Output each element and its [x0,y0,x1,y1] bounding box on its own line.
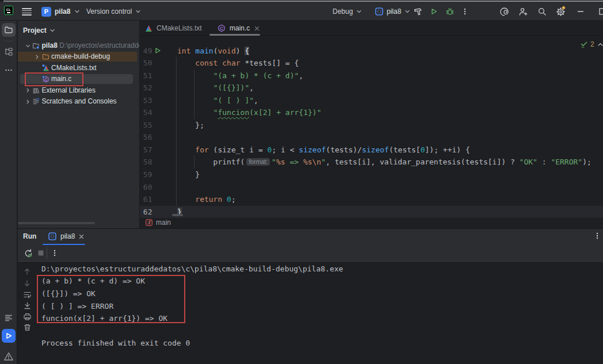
sidebar-item-todo[interactable] [2,311,16,325]
line-number: 59 [140,168,152,181]
warning-triangle-icon [3,351,14,362]
tree-item-scratches-and-consoles[interactable]: Scratches and Consoles [18,96,140,107]
tab-label: CMakeLists.txt [157,24,202,32]
code-line-58[interactable]: 58 printf(format:"%s => %s\n", tests[i],… [140,156,603,168]
editor-scrollbar-thumb[interactable] [172,214,183,216]
cmake-file-icon [145,25,152,32]
close-icon[interactable] [78,233,85,240]
rerun-icon[interactable] [23,248,33,258]
vcs-widget[interactable]: Version control [86,5,142,18]
chevron-down-icon[interactable] [25,43,31,49]
line-number: 50 [140,57,152,70]
c-file-plain-icon: C [217,24,226,32]
code-text: }; [177,119,204,132]
code-line-56[interactable]: 56 [140,131,603,144]
cmake-file-badged-icon [42,64,49,72]
minimize-icon[interactable] [575,6,586,17]
maximize-icon[interactable] [597,6,603,17]
sidebar-item-more-tool-windows[interactable] [2,63,16,77]
arrow-up-icon[interactable] [22,267,32,276]
arrow-down-icon[interactable] [22,279,32,288]
sidebar-item-project[interactable] [2,23,16,37]
code-line-61[interactable]: 61 return 0; [140,193,603,206]
sidebar-item-structure[interactable] [2,45,16,59]
code-line-53[interactable]: 53 "( [ ) ]", [140,94,603,107]
tree-item-pila8[interactable]: pila8 D:\proyectos\estructuradde [18,40,140,51]
line-number: 60 [140,181,152,194]
print-icon[interactable] [22,312,32,321]
code-line-50[interactable]: 50 const char *tests[] = { [140,57,603,70]
chevron-down-icon [49,27,56,34]
sidebar-item-problems[interactable] [2,350,16,363]
run-icon[interactable] [429,6,439,17]
run-tab-label: pila8 [60,232,75,240]
console-line-0: D:\proyectos\estructuraddedatos\c\pila8\… [41,263,343,275]
more-vertical-icon[interactable] [460,6,470,17]
scratches-icon [32,98,40,105]
sidebar-item-run[interactable] [2,329,16,343]
project-widget[interactable]: P pila8 [41,5,81,18]
project-panel-title: Project [23,26,47,35]
editor-tab-bar: CMakeLists.txtCmain.c [140,21,603,36]
soft-wrap-icon[interactable] [22,290,32,299]
tree-item-external-libraries[interactable]: External Libraries [18,85,140,96]
close-icon[interactable] [254,25,260,32]
code-line-60[interactable]: 60 [140,181,603,194]
more-vertical-icon[interactable] [593,232,602,241]
horizontal-scrollbar[interactable] [18,222,95,224]
code-line-57[interactable]: 57 for (size_t i = 0; i < sizeof(tests)/… [140,144,603,156]
ellipsis-icon [4,66,13,75]
code-line-49[interactable]: 49int main(void) { [140,45,603,58]
code-with-me-icon[interactable] [518,6,528,17]
run-panel-header: Run pila8 [18,228,603,245]
debug-icon[interactable] [445,6,455,17]
chevron-right-icon[interactable] [25,98,31,105]
editor-tab-cmakelists-txt[interactable]: CMakeLists.txt [145,21,202,36]
project-panel-header[interactable]: Project [23,25,56,36]
list-lines-icon [4,313,13,323]
run-mode-selector[interactable]: Debug [333,5,362,18]
main-menu-icon[interactable] [22,8,32,16]
tree-item-label: cmake-build-debug [51,51,110,62]
scroll-to-end-icon[interactable] [22,301,32,310]
clion-logo: CL [4,6,13,15]
library-icon [32,87,40,94]
annotation-box-main-c [25,72,83,86]
stripe-divider [4,41,13,41]
line-number: 62 [140,206,152,219]
ai-assistant-icon[interactable] [499,6,509,17]
chevron-right-icon[interactable] [25,87,31,94]
code-line-62[interactable]: 62} [140,206,603,219]
code-text: for (size_t i = 0; i < sizeof(tests)/siz… [177,144,470,156]
code-line-54[interactable]: 54 "funcion(x[2] + arr{1})" [140,106,603,119]
tree-item-cmake-build-debug[interactable]: cmake-build-debug [18,51,140,62]
breadcrumb-item[interactable]: main [156,219,171,227]
chevron-right-icon[interactable] [34,53,40,60]
run-config-selector[interactable]: pila8 [375,5,411,18]
tree-item-label: External Libraries [42,85,96,96]
code-line-55[interactable]: 55 }; [140,119,603,132]
line-number: 58 [140,156,152,168]
clion-window: CL P pila8 Version control Debug pila8 [0,0,603,364]
more-vertical-icon[interactable] [49,248,60,258]
project-widget-name: pila8 [55,7,70,16]
code-text: "(a + b) * (c + d)", [177,70,303,82]
run-main-icon[interactable] [154,47,161,54]
run-config-name: pila8 [387,7,401,16]
search-everywhere-icon[interactable] [537,6,547,17]
code-line-51[interactable]: 51 "(a + b) * (c + d)", [140,70,603,82]
code-editor[interactable]: 49int main(void) {50 const char *tests[]… [140,36,603,227]
code-line-59[interactable]: 59 } [140,168,603,181]
stop-icon[interactable] [36,248,46,258]
build-hammer-icon[interactable] [413,6,423,17]
toolbar-divider [47,247,47,259]
line-number: 52 [140,82,152,94]
clear-icon[interactable] [22,323,32,332]
settings-notification-badge [562,6,566,10]
line-number: 53 [140,94,152,107]
run-tab-pila8[interactable]: pila8 [48,229,85,244]
title-bar: CL P pila8 Version control Debug pila8 [0,2,603,21]
run-panel-title: Run [23,229,36,244]
code-text: return 0; [177,193,236,206]
code-line-52[interactable]: 52 "([{}])", [140,82,603,94]
